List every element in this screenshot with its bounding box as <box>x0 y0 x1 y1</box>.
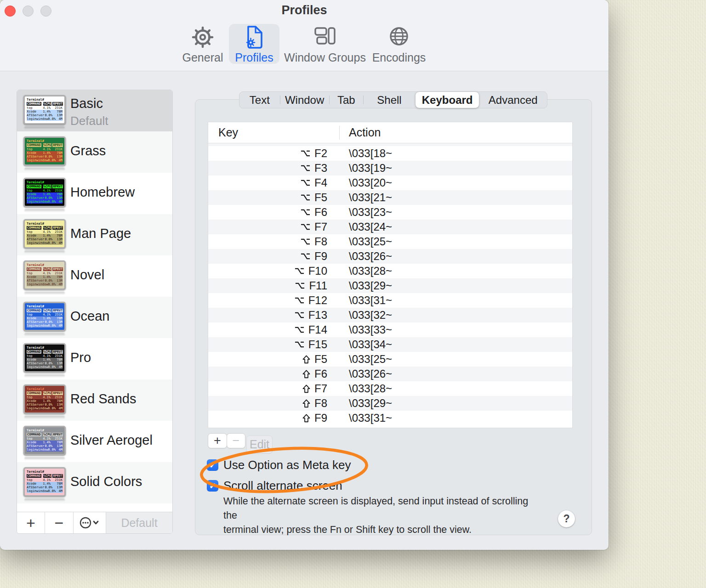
action-cell: \033[29~ <box>339 397 392 410</box>
thumbnail-reflection <box>24 333 65 336</box>
keybinding-row-option-f2[interactable]: F2\033[18~ <box>208 146 572 161</box>
profile-row-ocean[interactable]: Terminal#COMMAND%CPURPRVTtop4.1%231KXcod… <box>17 297 172 338</box>
key-cell: F3 <box>208 162 339 175</box>
thumbnail-reflection <box>24 292 65 295</box>
profile-subtitle: Default <box>70 114 108 128</box>
profile-thumbnail-homebrew: Terminal#COMMAND%CPURPRVTtop4.1%231KXcod… <box>23 178 66 207</box>
key-cell: F8 <box>208 397 339 410</box>
profile-row-pro[interactable]: Terminal#COMMAND%CPURPRVTtop4.1%231KXcod… <box>17 338 172 379</box>
profile-row-homebrew[interactable]: Terminal#COMMAND%CPURPRVTtop4.1%231KXcod… <box>17 173 172 214</box>
key-cell: F6 <box>208 368 339 380</box>
option-key-icon <box>295 282 305 289</box>
action-cell: \033[31~ <box>339 294 392 307</box>
profile-row-man-page[interactable]: Terminal#COMMAND%CPURPRVTtop4.1%231KXcod… <box>17 214 172 255</box>
profile-row-basic[interactable]: Terminal#COMMAND%CPURPRVTtop4.1%231KXcod… <box>17 90 172 131</box>
column-divider <box>339 126 340 140</box>
window-groups-icon <box>314 26 336 48</box>
key-cell: F7 <box>208 220 339 233</box>
option-key-icon <box>295 326 304 334</box>
action-cell: \033[24~ <box>339 220 392 233</box>
key-cell: F5 <box>208 353 339 366</box>
keybinding-row-option-f4[interactable]: F4\033[20~ <box>208 175 572 190</box>
action-cell: \033[18~ <box>339 147 392 160</box>
checkbox-checked[interactable]: ✓ <box>207 480 218 492</box>
key-cell: F7 <box>208 382 339 395</box>
profile-row-grass[interactable]: Terminal#COMMAND%CPURPRVTtop4.1%231KXcod… <box>17 131 172 173</box>
keybinding-row-option-f12[interactable]: F12\033[31~ <box>208 293 572 308</box>
profile-actions-button[interactable] <box>74 512 106 533</box>
profile-name: Red Sands <box>70 391 137 407</box>
thumbnail-reflection <box>24 374 65 378</box>
profile-thumbnail-basic: Terminal#COMMAND%CPURPRVTtop4.1%231KXcod… <box>23 95 66 124</box>
keybinding-row-option-f3[interactable]: F3\033[19~ <box>208 161 572 175</box>
option-key-icon <box>301 223 310 231</box>
key-cell: F13 <box>208 309 339 322</box>
keybinding-row-option-f15[interactable]: F15\033[34~ <box>208 337 572 352</box>
keybinding-row-option-f5[interactable]: F5\033[21~ <box>208 190 572 205</box>
keybinding-row-option-f11[interactable]: F11\033[29~ <box>208 278 572 293</box>
thumbnail-reflection <box>24 168 65 171</box>
profile-list: Terminal#COMMAND%CPURPRVTtop4.1%231KXcod… <box>17 90 172 503</box>
keybinding-row-shift-f5[interactable]: F5\033[25~ <box>208 352 572 367</box>
action-cell: \033[25~ <box>339 353 392 366</box>
keybinding-row-option-f14[interactable]: F14\033[33~ <box>208 322 572 337</box>
thumbnail-reflection <box>24 250 65 254</box>
profile-row-red-sands[interactable]: Terminal#COMMAND%CPURPRVTtop4.1%231KXcod… <box>17 379 172 421</box>
circle-ellipsis-chevron-icon <box>80 516 100 530</box>
keybinding-row-option-f13[interactable]: F13\033[32~ <box>208 308 572 322</box>
default-profile-button[interactable]: Default <box>106 512 172 533</box>
remove-profile-button[interactable]: − <box>45 512 74 533</box>
window-title: Profiles <box>0 3 609 17</box>
keybinding-row-option-f10[interactable]: F10\033[28~ <box>208 264 572 278</box>
alternate-screen-help-text: While the alternate screen is displayed,… <box>223 494 541 537</box>
key-cell: F9 <box>208 412 339 424</box>
profile-name: Silver Aerogel <box>70 433 153 448</box>
tab-advanced[interactable]: Advanced <box>479 92 547 108</box>
add-profile-button[interactable]: + <box>17 512 45 533</box>
help-button[interactable]: ? <box>558 510 575 527</box>
keybinding-row-shift-f6[interactable]: F6\033[26~ <box>208 367 572 381</box>
profile-thumbnail-pro: Terminal#COMMAND%CPURPRVTtop4.1%231KXcod… <box>23 343 66 373</box>
tab-text[interactable]: Text <box>239 92 280 108</box>
key-cell: F2 <box>208 147 339 160</box>
checkbox-row-use-option-as-meta-key[interactable]: ✓Use Option as Meta key <box>207 458 351 472</box>
remove-binding-button[interactable]: − <box>227 433 245 448</box>
toolbar-item-encodings[interactable]: Encodings <box>376 24 422 64</box>
tab-tab[interactable]: Tab <box>329 92 363 108</box>
keybinding-row-option-f6[interactable]: F6\033[23~ <box>208 205 572 220</box>
keybinding-row-option-f7[interactable]: F7\033[24~ <box>208 220 572 234</box>
tab-keyboard[interactable]: Keyboard <box>416 92 479 108</box>
action-cell: \033[28~ <box>339 382 392 395</box>
keybinding-row-shift-f7[interactable]: F7\033[28~ <box>208 381 572 396</box>
tab-window[interactable]: Window <box>280 92 330 108</box>
profile-name: Man Page <box>70 226 131 241</box>
keybinding-row-shift-f9[interactable]: F9\033[31~ <box>208 411 572 425</box>
profile-list-footer: + − Default <box>17 512 172 533</box>
shift-key-icon <box>302 414 310 423</box>
action-cell: \033[23~ <box>339 206 392 219</box>
profile-row-novel[interactable]: Terminal#COMMAND%CPURPRVTtop4.1%231KXcod… <box>17 255 172 297</box>
toolbar-label-encodings: Encodings <box>330 51 468 64</box>
keybinding-row-option-f8[interactable]: F8\033[25~ <box>208 234 572 249</box>
checkbox-row-scroll-alternate-screen[interactable]: ✓Scroll alternate screen <box>207 479 342 493</box>
edit-binding-button[interactable]: Edit <box>246 435 273 453</box>
option-key-icon <box>301 253 310 260</box>
key-cell: F12 <box>208 294 339 307</box>
checkbox-checked[interactable]: ✓ <box>207 459 218 471</box>
action-cell: \033[28~ <box>339 265 392 277</box>
profile-row-solid-colors[interactable]: Terminal#COMMAND%CPURPRVTtop4.1%231KXcod… <box>17 462 172 503</box>
tab-shell[interactable]: Shell <box>363 92 416 108</box>
option-key-icon <box>301 209 310 216</box>
settings-tab-bar: TextWindowTabShellKeyboardAdvanced <box>239 91 547 108</box>
action-cell: \033[20~ <box>339 176 392 189</box>
profiles-document-icon <box>245 26 264 51</box>
keybinding-row-option-f9[interactable]: F9\033[26~ <box>208 249 572 264</box>
add-binding-button[interactable]: + <box>208 433 227 448</box>
profile-row-silver-aerogel[interactable]: Terminal#COMMAND%CPURPRVTtop4.1%231KXcod… <box>17 421 172 462</box>
thumbnail-reflection <box>24 126 65 130</box>
thumbnail-reflection <box>24 209 65 212</box>
key-cell: F6 <box>208 206 339 219</box>
profile-thumbnail-grass: Terminal#COMMAND%CPURPRVTtop4.1%231KXcod… <box>23 136 66 166</box>
keybinding-row-shift-f8[interactable]: F8\033[29~ <box>208 396 572 411</box>
option-key-icon <box>295 267 304 275</box>
